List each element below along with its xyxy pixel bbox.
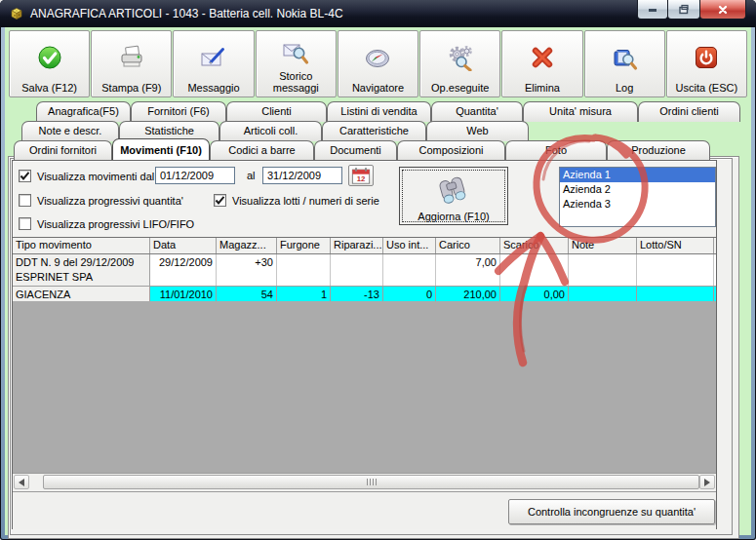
minimize-button[interactable] [637,0,668,19]
tab-foto[interactable]: Foto [505,140,607,161]
company-listbox[interactable]: Azienda 1Azienda 2Azienda 3 [559,167,716,227]
envelope-pen-icon [200,33,227,82]
tab-clienti[interactable]: Clienti [226,101,327,122]
scrollbar-thumb[interactable] [43,475,699,489]
navigatore-button[interactable]: Navigatore [338,30,418,97]
column-header-uso-int[interactable]: Uso int... [383,238,436,253]
column-header-data[interactable]: Data [150,238,217,253]
op-eseguite-button[interactable]: Op.eseguite [419,30,500,97]
window-controls [638,0,746,19]
tab-composizioni[interactable]: Composizioni [397,140,505,161]
restore-button[interactable] [667,0,700,19]
checkbox-progressivi-quantita[interactable] [19,194,31,207]
close-button[interactable] [699,0,746,19]
checkbox-lifo[interactable] [19,217,31,230]
left-arrow-icon [19,479,24,486]
stampa-button[interactable]: Stampa (F9) [91,30,172,97]
grid-empty-area [13,301,716,473]
grid-cell: +30 [217,254,277,286]
tab-note-e-descr[interactable]: Note e descr. [21,121,119,141]
date-from-input[interactable] [155,167,235,184]
tab-anagrafica-f5[interactable]: Anagrafica(F5) [36,101,131,122]
tab-caratteristiche[interactable]: Caratteristiche [322,121,426,141]
label-progressivi-quantita: Visualizza progressivi quantita' [37,195,183,207]
uscita-button[interactable]: Uscita (ESC) [666,30,747,97]
checkbox-lotti[interactable] [214,194,226,207]
tab-row-3: Ordini fornitoriMovimenti (F10)Codici a … [14,140,710,161]
column-header-riparazi[interactable]: Riparazi... [331,238,383,253]
checkbox-visualizza-movimenti[interactable] [19,170,31,182]
tab-articoli-coll[interactable]: Articoli coll. [219,121,322,141]
minimize-icon [646,3,659,17]
power-icon [693,33,720,82]
calendar-button[interactable]: 12 [348,165,374,186]
grid-row-ddt-n-9-del-29-12-2009[interactable]: DDT N. 9 del 29/12/2009 ESPRINET SPA29/1… [13,254,716,287]
grid-cell: 7,00 [436,254,500,286]
company-item-azienda-3[interactable]: Azienda 3 [560,197,715,212]
scroll-right-button[interactable] [699,475,715,489]
storico-messaggi-label: Storico messaggi [273,70,319,94]
tab-produzione[interactable]: Produzione [607,140,710,161]
column-header-scarico[interactable]: Scarico [500,238,569,253]
label-visualizza-movimenti: Visualizza movimenti dal [37,171,154,182]
date-to-input[interactable] [262,167,342,184]
aggiorna-label: Aggiorna (F10) [418,211,489,222]
check-quantity-button[interactable]: Controlla incongruenze su quantita' [508,499,715,524]
calendar-icon: 12 [351,167,371,185]
panel-footer: Controlla incongruenze su quantita' [13,491,716,529]
grid-header-row: Tipo movimentoDataMagazz...FurgoneRipara… [13,237,716,254]
column-header-magazz[interactable]: Magazz... [217,238,277,253]
column-header-furgone[interactable]: Furgone [277,238,331,253]
tab-listini-di-vendita[interactable]: Listini di vendita [327,101,431,122]
column-header-carico[interactable]: Carico [436,238,500,253]
tab-ordini-clienti[interactable]: Ordini clienti [638,101,740,122]
label-al: al [247,170,256,181]
tab-fornitori-f6[interactable]: Fornitori (F6) [131,101,226,122]
red-x-icon [529,33,556,82]
tab-quantita[interactable]: Quantita' [431,101,523,122]
log-button[interactable]: Log [584,30,665,97]
stampa-label: Stampa (F9) [101,82,161,94]
label-lotti: Visualizza lotti / numeri di serie [232,195,379,207]
tab-ordini-fornitori[interactable]: Ordini fornitori [14,140,112,161]
tab-web[interactable]: Web [426,121,529,141]
tab-unita-misura[interactable]: Unita' misura [523,101,638,122]
label-lifo: Visualizza progressivi LIFO/FIFO [37,218,194,230]
grid-cell [569,254,637,286]
tab-codici-a-barre[interactable]: Codici a barre [210,140,314,161]
salva-label: Salva (F12) [21,82,77,94]
main-toolbar: Salva (F12) Stampa (F9) [9,30,747,99]
messaggio-button[interactable]: Messaggio [173,30,254,97]
title-bar[interactable]: ANAGRAFICA ARTICOLI - 1043 - Batteria ce… [0,0,756,27]
book-magnifier-icon [611,33,638,82]
movements-grid: Tipo movimentoDataMagazz...FurgoneRipara… [13,237,716,304]
filter-lotti-row: Visualizza lotti / numeri di serie [214,194,379,207]
salva-button[interactable]: Salva (F12) [9,30,90,97]
grid-cell [331,254,383,286]
storico-messaggi-button[interactable]: Storico messaggi [256,30,337,97]
aggiorna-button[interactable]: Aggiorna (F10) [399,167,508,225]
client-area: Salva (F12) Stampa (F9) [5,27,751,535]
screenshot-stage: ANAGRAFICA ARTICOLI - 1043 - Batteria ce… [0,0,756,540]
tab-documenti[interactable]: Documenti [314,140,397,161]
gears-magnifier-icon [447,33,474,82]
column-header-lotto-sn[interactable]: Lotto/SN [637,238,714,253]
log-label: Log [616,82,633,94]
scrollbar-track[interactable] [29,475,43,489]
grid-body: DDT N. 9 del 29/12/2009 ESPRINET SPA29/1… [13,254,716,304]
thumb-grip [367,479,377,485]
close-icon [716,3,730,17]
scroll-left-button[interactable] [14,475,29,489]
company-item-azienda-2[interactable]: Azienda 2 [560,182,715,197]
grid-cell: DDT N. 9 del 29/12/2009 ESPRINET SPA [13,254,150,286]
tab-movimenti-f10[interactable]: Movimenti (F10) [112,138,210,162]
column-header-tipo-movimento[interactable]: Tipo movimento [13,238,150,253]
restore-icon [677,3,691,17]
elimina-label: Elimina [525,82,560,94]
elimina-button[interactable]: Elimina [501,30,582,97]
envelope-magnifier-icon [282,33,309,70]
horizontal-scrollbar[interactable] [13,473,716,490]
column-header-note[interactable]: Note [569,238,637,253]
printer-icon [118,33,145,82]
company-item-azienda-1[interactable]: Azienda 1 [560,168,715,182]
